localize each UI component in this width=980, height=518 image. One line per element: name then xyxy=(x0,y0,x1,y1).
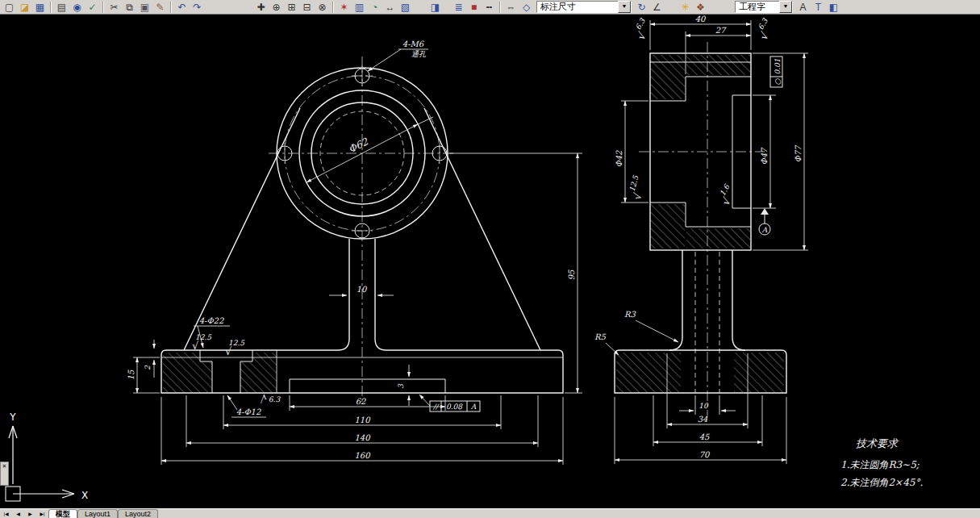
dim-style-icon[interactable]: ◇ xyxy=(519,1,534,14)
dim-step: 2 xyxy=(144,365,152,370)
zoom-extents-icon[interactable]: ⊗ xyxy=(315,1,330,14)
orbit-icon[interactable]: ◔ xyxy=(367,1,382,14)
ucs-x-label: X xyxy=(81,490,88,501)
dim-style-combo[interactable]: 标注尺寸 ▼ xyxy=(536,1,632,13)
finish-b: 12.5 xyxy=(228,339,245,347)
tab-prev-button[interactable]: ◀ xyxy=(12,510,24,518)
pan-icon[interactable]: ✚ xyxy=(253,1,269,14)
ucs-y-label: Y xyxy=(9,411,16,423)
datum-a-flag: A xyxy=(759,208,770,235)
dim-base-width: 160 xyxy=(354,451,371,460)
zoom-window-icon[interactable]: ⊞ xyxy=(284,1,299,14)
finish-a: 12.5 xyxy=(195,333,212,341)
tol-datum: A xyxy=(470,403,477,411)
finish-mid-mark: √ 12.5 xyxy=(626,173,648,201)
tol2-value: 0.01 xyxy=(774,58,782,74)
undo-icon[interactable]: ↶ xyxy=(174,1,190,14)
dim-edit-icon[interactable]: ∠ xyxy=(649,1,665,14)
text-style-icon[interactable]: A xyxy=(795,1,811,14)
dim-hole-spacing: 110 xyxy=(354,416,371,424)
spell-check-icon[interactable]: ✓ xyxy=(85,1,100,14)
linetype-icon[interactable]: ╍ xyxy=(482,1,497,14)
chevron-down-icon[interactable]: ▼ xyxy=(618,1,631,13)
tab-next-button[interactable]: ▶ xyxy=(24,510,36,518)
front-view: Φ62 4-M6 通孔 10 4-Φ22 √ 12.5 √ 12.5 15 xyxy=(127,40,582,465)
tol2-symbol: ○ xyxy=(774,77,782,85)
notes-title: 技术要求 xyxy=(856,437,899,449)
drawing-svg: Φ62 4-M6 通孔 10 4-Φ22 √ 12.5 √ 12.5 15 xyxy=(0,15,980,508)
zoom-previous-icon[interactable]: ⊟ xyxy=(299,1,315,14)
layers-icon[interactable]: ≣ xyxy=(451,1,466,14)
cbore-callout: 4-Φ22 xyxy=(199,316,224,325)
object-properties-icon[interactable]: ◧ xyxy=(826,1,841,14)
tol-value: 0.08 xyxy=(446,403,463,411)
toolbar-separator xyxy=(50,2,52,13)
materials-icon[interactable]: ❖ xyxy=(693,1,708,14)
roughness-icon: √ xyxy=(635,30,648,42)
dim-dia-outer: Φ77 xyxy=(794,144,803,163)
toolbar-separator xyxy=(499,2,501,13)
dim-slot-width: 10 xyxy=(699,402,709,410)
save-icon[interactable]: ▦ xyxy=(32,1,48,14)
open-folder-icon[interactable]: ◪ xyxy=(17,1,32,14)
roughness-icon: √ xyxy=(225,345,232,357)
layer-color-icon[interactable]: ■ xyxy=(466,1,482,14)
dim-linear-icon[interactable]: ⇔ xyxy=(503,1,519,14)
text-style-value: 工程字 xyxy=(739,1,765,13)
finish-left: 6.3 xyxy=(634,16,647,31)
dim-dia-mid: Φ47 xyxy=(760,147,769,165)
docked-toolbar-handle[interactable]: ✕ xyxy=(0,462,9,486)
hole-callout: 4-M6 xyxy=(402,40,425,48)
finish-left-mark: √ 6.3 xyxy=(631,16,655,42)
toolbar-separator xyxy=(170,2,172,13)
tab-model[interactable]: 模型 xyxy=(48,509,77,518)
match-properties-icon[interactable]: ✎ xyxy=(152,1,168,14)
fillet-r5: R5 xyxy=(594,332,607,341)
print-icon[interactable]: ▤ xyxy=(54,1,69,14)
text-style-combo[interactable]: 工程字 ▼ xyxy=(735,1,793,13)
ucs-icon: Y X xyxy=(6,411,88,501)
named-views-icon[interactable]: ▥ xyxy=(352,1,367,14)
finish-bore-mark: √ 1.6 xyxy=(715,182,740,207)
finish-right: 6.3 xyxy=(757,16,769,31)
copy-icon[interactable]: ⧉ xyxy=(122,1,137,14)
tab-layout2[interactable]: Layout2 xyxy=(118,509,158,518)
dim-depth-inner: 27 xyxy=(715,26,727,35)
dim-flange-width: 140 xyxy=(354,433,371,442)
dim-groove-depth: 3 xyxy=(397,383,405,389)
design-center-icon[interactable]: ◨ xyxy=(427,1,443,14)
roughness-icon: √ xyxy=(719,195,733,207)
mtext-icon[interactable]: T xyxy=(811,1,826,14)
cut-icon[interactable]: ✂ xyxy=(106,1,122,14)
close-icon[interactable]: ✕ xyxy=(2,463,7,469)
notes-line2: 2.未注倒角2×45°. xyxy=(840,477,923,488)
redo-icon[interactable]: ↷ xyxy=(190,1,205,14)
finish-bore: 1.6 xyxy=(719,182,732,197)
paste-icon[interactable]: ▣ xyxy=(137,1,152,14)
print-preview-icon[interactable]: ◉ xyxy=(69,1,85,14)
tab-layout1[interactable]: Layout1 xyxy=(77,509,118,518)
hole-bottom-callout: 4-Φ12 xyxy=(236,407,261,416)
chevron-down-icon[interactable]: ▼ xyxy=(779,1,792,13)
distance-icon[interactable]: ↔ xyxy=(382,1,398,14)
dim-style-value: 标注尺寸 xyxy=(540,1,576,13)
drawing-canvas[interactable]: Φ62 4-M6 通孔 10 4-Φ22 √ 12.5 √ 12.5 15 xyxy=(0,15,980,508)
tech-notes: 技术要求 1.未注圆角R3~5; 2.未注倒角2×45°. xyxy=(840,437,923,488)
tab-first-button[interactable]: |◀ xyxy=(0,510,12,518)
fillet-r3: R3 xyxy=(624,310,636,319)
finish-bottom: 6.3 xyxy=(269,395,281,403)
zoom-realtime-icon[interactable]: ⊕ xyxy=(269,1,284,14)
layout-tabbar: |◀ ◀ ▶ ▶| 模型 Layout1 Layout2 xyxy=(0,508,980,518)
dim-stem-base: 34 xyxy=(698,415,708,424)
top-toolbar: ▢ ◪ ▦ ▤ ◉ ✓ ✂ ⧉ ▣ ✎ ↶ ↷ ✚ ⊕ ⊞ ⊟ ⊗ ✶ ▥ ◔ … xyxy=(0,0,980,15)
runout-frame: ○ 0.01 xyxy=(770,56,782,87)
hole-callout-sub: 通孔 xyxy=(411,50,427,58)
dim-update-icon[interactable]: ↻ xyxy=(634,1,649,14)
redraw-icon[interactable]: ✶ xyxy=(336,1,352,14)
new-file-icon[interactable]: ▢ xyxy=(2,1,17,14)
properties-icon[interactable]: ▧ xyxy=(398,1,413,14)
parallelism-frame: // 0.08 A xyxy=(419,395,480,411)
tab-last-button[interactable]: ▶| xyxy=(36,510,48,518)
render-icon[interactable]: ✳ xyxy=(678,1,693,14)
dim-base-width-side: 70 xyxy=(699,450,711,459)
